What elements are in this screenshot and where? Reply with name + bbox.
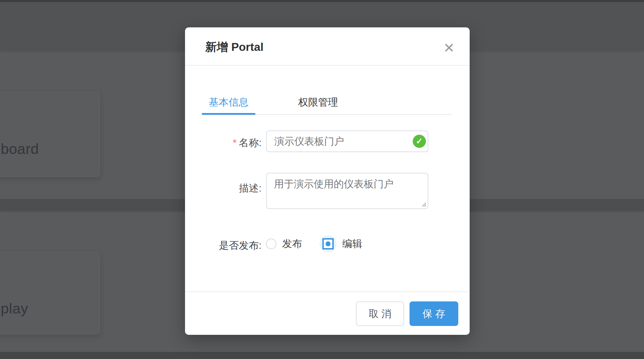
close-icon[interactable]: ✕ [442, 41, 456, 55]
radio-label-publish: 发布 [282, 237, 302, 251]
radio-checked-halo [320, 235, 337, 252]
valid-check-icon: ✓ [413, 135, 426, 148]
name-input-wrap: ✓ [266, 130, 428, 152]
save-button[interactable]: 保 存 [410, 301, 458, 326]
desc-textarea-wrap: 用于演示使用的仪表板门户 [266, 173, 428, 209]
radio-label-edit: 编辑 [342, 237, 362, 251]
name-field-label: *名称: [202, 136, 262, 150]
background-card-display [0, 252, 100, 334]
active-tab-underline [202, 113, 255, 115]
cancel-button[interactable]: 取 消 [356, 301, 404, 326]
publish-radio-group: 发布 编辑 [266, 235, 362, 252]
background-card-display-label: play [1, 300, 28, 317]
radio-option-edit[interactable]: 编辑 [320, 235, 362, 252]
tab-permission-management[interactable]: 权限管理 [291, 91, 345, 113]
dialog-header: 新增 Portal ✕ [185, 27, 470, 66]
radio-circle-icon [266, 239, 276, 249]
radio-option-publish[interactable]: 发布 [266, 237, 302, 251]
background-card-dashboard-label: board [1, 141, 39, 157]
name-input[interactable] [266, 130, 428, 152]
background-bottom-strip [0, 352, 644, 359]
dialog-title: 新增 Portal [205, 27, 264, 66]
footer-divider [185, 291, 470, 292]
required-asterisk: * [233, 137, 237, 148]
radio-dot [326, 241, 331, 246]
add-portal-dialog: 新增 Portal ✕ 基本信息 权限管理 *名称: ✓ 描述: 用于演示使用的… [185, 27, 470, 335]
publish-field-label: 是否发布: [202, 239, 262, 252]
desc-field-label: 描述: [202, 182, 262, 195]
background-card-dashboard [0, 92, 100, 177]
desc-textarea[interactable]: 用于演示使用的仪表板门户 [266, 173, 428, 209]
radio-checked-icon [322, 238, 334, 250]
tab-basic-info[interactable]: 基本信息 [202, 91, 255, 113]
